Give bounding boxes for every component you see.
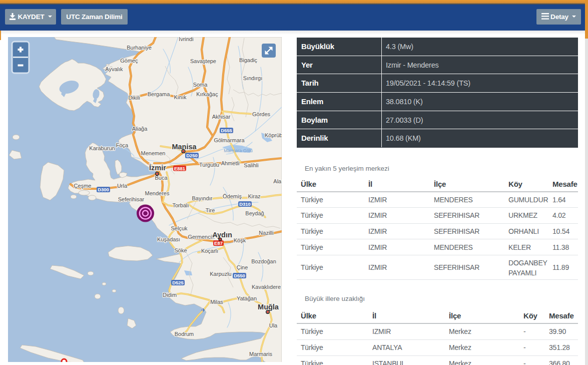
svg-text:Urla: Urla [117,183,128,189]
svg-text:Menderes: Menderes [145,190,170,196]
svg-text:D250: D250 [186,153,198,158]
svg-text:Burhaniye: Burhaniye [127,45,152,51]
svg-text:Ayvalık: Ayvalık [105,66,123,72]
svg-text:Turgutlu: Turgutlu [199,162,219,168]
svg-text:✈: ✈ [201,307,205,313]
svg-text:Tire: Tire [206,207,215,213]
svg-text:Kiraz: Kiraz [248,193,260,199]
svg-text:D300: D300 [98,187,109,192]
svg-text:Gördes: Gördes [252,111,271,117]
svg-text:Karpuzlu: Karpuzlu [210,271,231,277]
svg-text:Ödemiş: Ödemiş [223,193,242,199]
svg-text:Bigadiç: Bigadiç [239,57,258,63]
svg-text:Sındırgı: Sındırgı [243,75,263,81]
svg-text:Foça: Foça [116,142,129,148]
svg-text:Ahmetli: Ahmetli [221,160,240,166]
svg-text:Bergama: Bergama [148,91,171,97]
svg-text:Soma: Soma [193,82,208,88]
svg-text:Kavaklıdere: Kavaklıdere [252,284,281,290]
svg-text:E87: E87 [214,240,223,246]
svg-text:Gömeç: Gömeç [120,58,138,64]
svg-text:Bozdoğan: Bozdoğan [251,258,276,264]
svg-text:Dikili: Dikili [128,95,140,101]
svg-text:Aydın: Aydın [212,231,232,239]
svg-text:Koçarlı: Koçarlı [201,248,218,254]
svg-text:Savaştepe: Savaştepe [190,58,216,64]
svg-text:Marmara Gölü: Marmara Gölü [224,148,253,153]
svg-text:Alaş: Alaş [273,178,282,184]
svg-text:İzmir: İzmir [149,164,166,172]
svg-text:Salihli: Salihli [244,162,258,168]
svg-text:Bodrum: Bodrum [175,331,194,337]
svg-text:D555: D555 [221,128,232,133]
svg-text:Marmaris: Marmaris [249,351,272,357]
svg-text:Didim: Didim [163,292,177,298]
svg-text:Kuşadası: Kuşadası [157,236,180,242]
svg-text:Yatağan: Yatağan [237,295,257,301]
svg-text:Muğla: Muğla [258,303,279,311]
svg-text:Çeşme: Çeşme [74,183,92,189]
svg-text:Kırkağaç: Kırkağaç [196,91,218,97]
svg-text:Kınık: Kınık [174,94,187,100]
svg-text:Söke: Söke [174,247,187,253]
svg-text:D525: D525 [172,280,184,285]
svg-text:Köşk: Köşk [234,237,246,243]
svg-text:Karaburun: Karaburun [89,145,115,151]
svg-text:Bayındır: Bayındır [192,195,213,201]
svg-text:Nazilli: Nazilli [259,230,273,236]
svg-text:Çine: Çine [237,264,248,270]
svg-text:E881: E881 [174,166,186,171]
svg-text:Torbalı: Torbalı [172,202,189,208]
svg-text:Gölmarmara: Gölmarmara [214,137,245,143]
svg-text:D310: D310 [239,201,251,207]
svg-text:Selçuk: Selçuk [171,225,188,231]
svg-text:Beydağ: Beydağ [245,210,264,216]
svg-text:Ula: Ula [269,322,278,328]
svg-text:Seferihisar: Seferihisar [118,196,145,202]
svg-text:İvrindi: İvrindi [179,37,193,42]
svg-text:Aliağa: Aliağa [132,126,148,132]
svg-text:Köprübaşı: Köprübaşı [265,132,282,138]
svg-text:Menemen: Menemen [141,150,166,156]
svg-text:Germencik: Germencik [188,234,215,240]
svg-text:D550: D550 [234,273,245,278]
svg-text:Akhisar: Akhisar [212,114,231,120]
svg-text:Milas: Milas [210,299,223,305]
